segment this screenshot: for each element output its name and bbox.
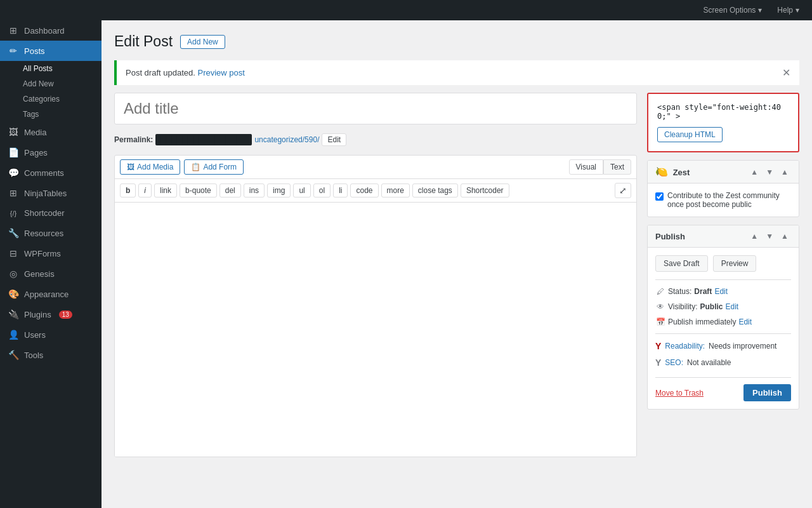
preview-post-link[interactable]: Preview post <box>197 68 244 77</box>
publish-panel-header: Publish ▲ ▼ ▲ <box>648 225 799 248</box>
format-shortcoder[interactable]: Shortcoder <box>461 184 509 197</box>
add-media-button[interactable]: 🖼 Add Media <box>120 159 180 175</box>
publish-collapse-button[interactable]: ▲ <box>778 231 791 242</box>
format-img[interactable]: img <box>267 184 291 197</box>
tools-icon: 🔨 <box>8 350 19 360</box>
format-more[interactable]: more <box>381 184 410 197</box>
publish-time-value: immediately <box>695 318 736 326</box>
format-ul[interactable]: ul <box>293 184 310 197</box>
plugins-icon: 🔌 <box>8 309 19 319</box>
sidebar-item-ninjatables[interactable]: ⊞ NinjaTables <box>0 183 102 203</box>
add-media-label: Add Media <box>137 163 173 171</box>
resources-icon: 🔧 <box>8 228 19 238</box>
preview-button[interactable]: Preview <box>713 255 757 272</box>
notice-text: Post draft updated. Preview post <box>126 68 245 77</box>
cleanup-html-button[interactable]: Cleanup HTML <box>657 127 723 142</box>
zest-move-down-button[interactable]: ▼ <box>763 166 776 178</box>
visibility-edit-link[interactable]: Edit <box>725 302 738 311</box>
publish-move-up-button[interactable]: ▲ <box>748 231 761 242</box>
publish-divider-1 <box>655 279 791 280</box>
visibility-row: 👁 Visibility: Public Edit <box>655 299 791 314</box>
main-content: Edit Post Add New Post draft updated. Pr… <box>102 20 812 508</box>
format-link[interactable]: link <box>154 184 177 197</box>
format-italic[interactable]: i <box>138 184 152 197</box>
add-form-button[interactable]: 📋 Add Form <box>184 159 244 175</box>
save-draft-button[interactable]: Save Draft <box>655 255 708 272</box>
notice-close-button[interactable]: ✕ <box>782 67 790 79</box>
publish-panel-controls: ▲ ▼ ▲ <box>748 231 791 242</box>
publish-footer: Move to Trash Publish <box>655 377 791 401</box>
zest-move-up-button[interactable]: ▲ <box>748 166 761 178</box>
status-edit-link[interactable]: Edit <box>714 287 728 296</box>
sidebar-item-wpforms[interactable]: ⊟ WPForms <box>0 243 102 264</box>
page-header: Edit Post Add New <box>114 33 799 50</box>
move-to-trash-button[interactable]: Move to Trash <box>655 389 704 398</box>
format-bquote[interactable]: b-quote <box>180 184 217 197</box>
sidebar-label-pages: Pages <box>24 148 48 157</box>
help-arrow: ▾ <box>796 6 799 15</box>
sidebar-item-comments[interactable]: 💬 Comments <box>0 163 102 183</box>
sidebar-subitem-tags[interactable]: Tags <box>0 107 102 122</box>
publish-move-down-button[interactable]: ▼ <box>763 231 776 242</box>
visual-tab[interactable]: Visual <box>569 159 603 175</box>
permalink-edit-button[interactable]: Edit <box>322 133 346 146</box>
expand-editor-button[interactable]: ⤢ <box>615 183 631 198</box>
shortcoder-icon: {/} <box>8 210 19 217</box>
format-li[interactable]: li <box>333 184 348 197</box>
sidebar-subitem-categories[interactable]: Categories <box>0 91 102 107</box>
sidebar-item-tools[interactable]: 🔨 Tools <box>0 345 102 365</box>
sidebar-item-media[interactable]: 🖼 Media <box>0 122 102 142</box>
zest-panel: 🍋 Zest ▲ ▼ ▲ Con <box>647 160 799 217</box>
post-title-input[interactable] <box>114 93 637 124</box>
notice-bar: Post draft updated. Preview post ✕ <box>114 60 799 85</box>
format-del[interactable]: del <box>219 184 241 197</box>
add-new-button[interactable]: Add New <box>180 35 225 49</box>
add-form-label: Add Form <box>203 163 237 171</box>
permalink-path[interactable]: uncategorized/590/ <box>254 135 319 144</box>
pages-icon: 📄 <box>8 147 19 157</box>
seo-value: Not available <box>687 358 731 367</box>
seo-row: Y SEO: Not available <box>655 354 791 371</box>
readability-row: Y Readability: Needs improvement <box>655 338 791 354</box>
ninjatables-icon: ⊞ <box>8 188 19 198</box>
format-bold[interactable]: b <box>120 184 136 197</box>
sidebar-item-genesis[interactable]: ◎ Genesis <box>0 264 102 284</box>
editor-layout: Permalink: ████████████████ uncategorize… <box>114 93 799 495</box>
zest-checkbox[interactable] <box>655 192 664 201</box>
sidebar-item-posts[interactable]: ✏ Posts <box>0 41 102 61</box>
zest-collapse-button[interactable]: ▲ <box>778 166 791 178</box>
sidebar-item-resources[interactable]: 🔧 Resources <box>0 223 102 243</box>
sidebar-item-shortcoder[interactable]: {/} Shortcoder <box>0 203 102 223</box>
permalink-bar: Permalink: ████████████████ uncategorize… <box>114 131 637 149</box>
help-button[interactable]: Help ▾ <box>772 3 804 17</box>
format-ins[interactable]: ins <box>244 184 265 197</box>
publish-actions: Save Draft Preview <box>655 255 791 272</box>
editor-text-area[interactable] <box>115 203 636 457</box>
publish-divider-2 <box>655 333 791 334</box>
sidebar-item-plugins[interactable]: 🔌 Plugins 13 <box>0 304 102 324</box>
seo-label[interactable]: SEO: <box>665 358 683 367</box>
sidebar-subitem-add-new[interactable]: Add New <box>0 76 102 91</box>
format-close-tags[interactable]: close tags <box>412 184 458 197</box>
text-tab[interactable]: Text <box>603 159 631 175</box>
format-ol[interactable]: ol <box>313 184 331 197</box>
help-label: Help <box>777 6 793 15</box>
users-icon: 👤 <box>8 330 19 340</box>
sidebar-label-ninjatables: NinjaTables <box>24 189 67 198</box>
publish-time-row: 📅 Publish immediately Edit <box>655 314 791 330</box>
sidebar-item-appearance[interactable]: 🎨 Appearance <box>0 284 102 304</box>
publish-time-edit-link[interactable]: Edit <box>738 318 752 326</box>
readability-label[interactable]: Readability: <box>665 342 705 351</box>
sidebar-item-pages[interactable]: 📄 Pages <box>0 142 102 163</box>
calendar-icon: 📅 <box>655 318 665 326</box>
publish-button[interactable]: Publish <box>743 384 791 401</box>
sidebar-item-dashboard[interactable]: ⊞ Dashboard <box>0 20 102 41</box>
sidebar-subitem-all-posts[interactable]: All Posts <box>0 61 102 76</box>
screen-options-button[interactable]: Screen Options ▾ <box>698 3 768 17</box>
editor-top-bar: 🖼 Add Media 📋 Add Form Visual T <box>115 156 636 179</box>
sidebar-label-wpforms: WPForms <box>24 249 61 258</box>
screen-options-label: Screen Options <box>704 6 756 15</box>
format-code[interactable]: code <box>350 184 378 197</box>
status-value: Draft <box>694 287 712 296</box>
sidebar-item-users[interactable]: 👤 Users <box>0 324 102 345</box>
